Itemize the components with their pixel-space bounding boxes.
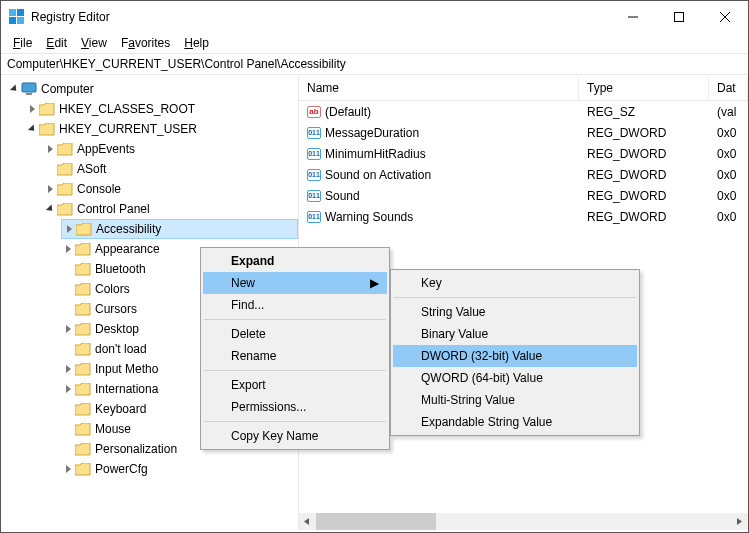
- context-menu: Expand New▶ Find... Delete Rename Export…: [200, 247, 390, 450]
- value-type: REG_DWORD: [579, 147, 709, 161]
- folder-icon: [75, 321, 91, 337]
- folder-icon: [75, 361, 91, 377]
- tree-label: AppEvents: [77, 142, 135, 156]
- menu-separator: [204, 421, 386, 422]
- tree-node-computer[interactable]: Computer: [7, 79, 298, 99]
- menu-view[interactable]: View: [75, 35, 113, 51]
- tree-node-console[interactable]: Console: [43, 179, 298, 199]
- value-data: 0x0: [709, 126, 748, 140]
- svg-rect-1: [17, 9, 24, 16]
- tree-node-controlpanel[interactable]: Control Panel: [43, 199, 298, 219]
- value-type: REG_DWORD: [579, 126, 709, 140]
- menu-help[interactable]: Help: [178, 35, 215, 51]
- menu-item-export[interactable]: Export: [203, 374, 387, 396]
- folder-icon: [75, 441, 91, 457]
- scroll-left-button[interactable]: [299, 513, 316, 530]
- string-value-icon: ab: [307, 106, 321, 118]
- tree-node-asoft[interactable]: ASoft: [43, 159, 298, 179]
- tree-label: Cursors: [95, 302, 137, 316]
- tree-label: Appearance: [95, 242, 160, 256]
- tree-node-hkcr[interactable]: HKEY_CLASSES_ROOT: [25, 99, 298, 119]
- menu-file[interactable]: File: [7, 35, 38, 51]
- svg-rect-3: [17, 17, 24, 24]
- value-row[interactable]: 011Warning SoundsREG_DWORD0x0: [299, 206, 748, 227]
- address-bar[interactable]: Computer\HKEY_CURRENT_USER\Control Panel…: [1, 53, 748, 75]
- scroll-thumb[interactable]: [316, 513, 436, 530]
- tree-label: Console: [77, 182, 121, 196]
- menu-favorites[interactable]: Favorites: [115, 35, 176, 51]
- value-name: MinimumHitRadius: [325, 147, 426, 161]
- tree-label: Control Panel: [77, 202, 150, 216]
- folder-icon: [76, 221, 92, 237]
- menu-edit[interactable]: Edit: [40, 35, 73, 51]
- menu-item-key[interactable]: Key: [393, 272, 637, 294]
- menu-item-qword64[interactable]: QWORD (64-bit) Value: [393, 367, 637, 389]
- menu-item-expstring[interactable]: Expandable String Value: [393, 411, 637, 433]
- tree-label: Colors: [95, 282, 130, 296]
- value-name: Sound: [325, 189, 360, 203]
- binary-value-icon: 011: [307, 211, 321, 223]
- folder-icon: [57, 141, 73, 157]
- value-row[interactable]: ab(Default)REG_SZ(val: [299, 101, 748, 122]
- menu-item-dword32[interactable]: DWORD (32-bit) Value: [393, 345, 637, 367]
- menu-item-permissions[interactable]: Permissions...: [203, 396, 387, 418]
- value-row[interactable]: 011MinimumHitRadiusREG_DWORD0x0: [299, 143, 748, 164]
- maximize-button[interactable]: [656, 2, 702, 32]
- tree-label: PowerCfg: [95, 462, 148, 476]
- horizontal-scrollbar[interactable]: [299, 513, 748, 530]
- tree-node-powercfg[interactable]: PowerCfg: [61, 459, 298, 479]
- folder-icon: [57, 161, 73, 177]
- folder-icon: [39, 121, 55, 137]
- menu-item-rename[interactable]: Rename: [203, 345, 387, 367]
- column-header-name[interactable]: Name: [299, 77, 579, 100]
- menu-item-expand[interactable]: Expand: [203, 250, 387, 272]
- list-header: Name Type Dat: [299, 77, 748, 101]
- window-title: Registry Editor: [31, 10, 610, 24]
- svg-rect-0: [9, 9, 16, 16]
- tree-label: Personalization: [95, 442, 177, 456]
- close-button[interactable]: [702, 2, 748, 32]
- menu-item-copykey[interactable]: Copy Key Name: [203, 425, 387, 447]
- value-name: (Default): [325, 105, 371, 119]
- folder-icon: [39, 101, 55, 117]
- folder-icon: [75, 261, 91, 277]
- svg-rect-2: [9, 17, 16, 24]
- binary-value-icon: 011: [307, 169, 321, 181]
- menu-item-multistring[interactable]: Multi-String Value: [393, 389, 637, 411]
- value-data: (val: [709, 105, 748, 119]
- column-header-data[interactable]: Dat: [709, 77, 748, 100]
- tree-node-appevents[interactable]: AppEvents: [43, 139, 298, 159]
- value-row[interactable]: 011MessageDurationREG_DWORD0x0: [299, 122, 748, 143]
- value-type: REG_SZ: [579, 105, 709, 119]
- menu-item-delete[interactable]: Delete: [203, 323, 387, 345]
- column-header-type[interactable]: Type: [579, 77, 709, 100]
- menu-item-binary[interactable]: Binary Value: [393, 323, 637, 345]
- menu-separator: [394, 297, 636, 298]
- menu-item-new[interactable]: New▶: [203, 272, 387, 294]
- tree-label: Keyboard: [95, 402, 146, 416]
- scroll-right-button[interactable]: [731, 513, 748, 530]
- tree-label: don't load: [95, 342, 147, 356]
- value-data: 0x0: [709, 210, 748, 224]
- value-data: 0x0: [709, 147, 748, 161]
- tree-label: Bluetooth: [95, 262, 146, 276]
- value-name: Warning Sounds: [325, 210, 413, 224]
- binary-value-icon: 011: [307, 190, 321, 202]
- value-row[interactable]: 011SoundREG_DWORD0x0: [299, 185, 748, 206]
- menu-bar: File Edit View Favorites Help: [1, 32, 748, 53]
- tree-label: Computer: [41, 82, 94, 96]
- tree-node-hkcu[interactable]: HKEY_CURRENT_USER: [25, 119, 298, 139]
- menu-item-find[interactable]: Find...: [203, 294, 387, 316]
- computer-icon: [21, 81, 37, 97]
- folder-icon: [75, 241, 91, 257]
- minimize-button[interactable]: [610, 2, 656, 32]
- tree-label: ASoft: [77, 162, 106, 176]
- svg-rect-5: [675, 12, 684, 21]
- folder-icon: [75, 341, 91, 357]
- value-data: 0x0: [709, 168, 748, 182]
- value-row[interactable]: 011Sound on ActivationREG_DWORD0x0: [299, 164, 748, 185]
- tree-node-accessibility[interactable]: Accessibility: [61, 219, 298, 239]
- binary-value-icon: 011: [307, 127, 321, 139]
- menu-item-string[interactable]: String Value: [393, 301, 637, 323]
- tree-label: Mouse: [95, 422, 131, 436]
